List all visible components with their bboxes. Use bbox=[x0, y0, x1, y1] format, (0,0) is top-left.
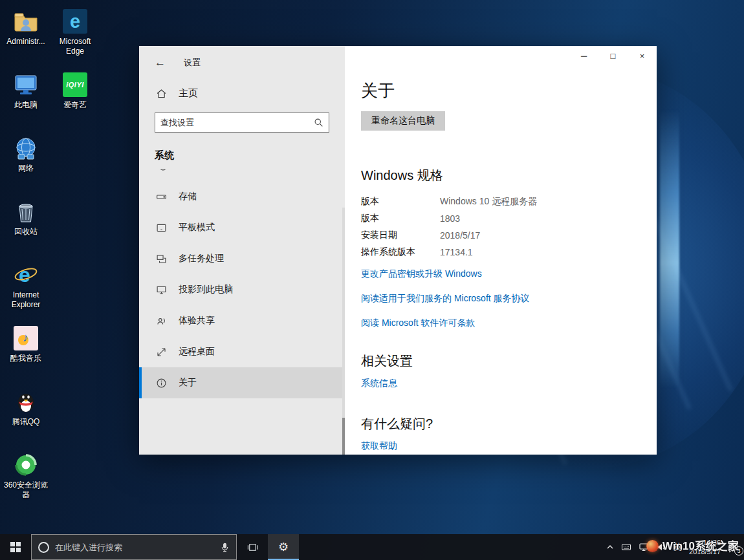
sidebar-item-power-sleep[interactable]: 电源和睡眠 bbox=[139, 169, 345, 181]
spec-row: 版本 Windows 10 远程服务器 bbox=[361, 193, 631, 210]
spec-row: 操作系统版本 17134.1 bbox=[361, 244, 631, 261]
taskbar-search-input[interactable] bbox=[55, 543, 214, 552]
recycle-bin-icon bbox=[12, 198, 39, 225]
windows-logo-icon bbox=[10, 542, 21, 552]
desktop-icon-label: 酷我音乐 bbox=[10, 354, 41, 363]
network-icon[interactable] bbox=[639, 542, 649, 552]
back-button[interactable]: ← bbox=[155, 56, 166, 69]
change-product-key-link[interactable]: 更改产品密钥或升级 Windows bbox=[361, 268, 482, 280]
storage-drive-icon bbox=[155, 191, 168, 202]
sidebar-item-remote-desktop[interactable]: 远程桌面 bbox=[139, 336, 345, 367]
start-button[interactable] bbox=[0, 534, 31, 560]
spec-label: 版本 bbox=[361, 213, 440, 224]
projecting-pc-icon bbox=[155, 285, 168, 296]
hidden-icons-chevron[interactable] bbox=[606, 543, 614, 551]
desktop-icon-label: 此电脑 bbox=[14, 100, 38, 110]
sidebar-item-tablet-mode[interactable]: 平板模式 bbox=[139, 212, 345, 243]
microphone-icon[interactable] bbox=[220, 543, 230, 552]
desktop-icon-recycle-bin[interactable]: 回收站 bbox=[3, 195, 49, 259]
touch-keyboard-icon[interactable] bbox=[621, 542, 631, 552]
settings-sidebar: ← 设置 主页 系统 电源和睡 bbox=[139, 46, 345, 455]
desktop-icon-label: 腾讯QQ bbox=[12, 417, 40, 427]
taskbar-empty-area bbox=[299, 534, 606, 560]
edge-letter: e bbox=[70, 11, 80, 32]
cortana-icon bbox=[38, 542, 49, 553]
desktop-icon-tencent-qq[interactable]: 腾讯QQ bbox=[3, 385, 49, 449]
get-help-link[interactable]: 获取帮助 bbox=[361, 440, 397, 452]
desktop-icon-label: 网络 bbox=[18, 164, 34, 173]
sidebar-item-label: 关于 bbox=[179, 377, 197, 389]
desktop-icons: Administr... e Microsoft Edge 此电脑 iQIYI … bbox=[3, 5, 98, 512]
sidebar-item-label: 体验共享 bbox=[179, 315, 215, 327]
task-view-button[interactable] bbox=[237, 534, 268, 560]
sidebar-home-label: 主页 bbox=[179, 87, 198, 100]
sidebar-item-label: 远程桌面 bbox=[179, 346, 215, 358]
taskbar-search-box[interactable] bbox=[31, 534, 237, 560]
sidebar-item-label: 平板模式 bbox=[179, 222, 215, 233]
taskbar-settings-app[interactable]: ⚙ bbox=[268, 534, 299, 560]
spec-value: 2018/5/17 bbox=[440, 230, 480, 241]
search-icon bbox=[314, 118, 329, 127]
desktop-icon-kuwo-music[interactable]: ♪ 酷我音乐 bbox=[3, 322, 49, 385]
settings-content: ─ □ × 关于 重命名这台电脑 Windows 规格 版本 Windows 1… bbox=[345, 46, 657, 455]
network-globe-icon bbox=[12, 135, 39, 162]
system-info-link[interactable]: 系统信息 bbox=[361, 378, 397, 389]
desktop-icon-this-pc[interactable]: 此电脑 bbox=[3, 69, 49, 132]
qq-penguin-icon bbox=[12, 388, 39, 415]
minimize-button[interactable]: ─ bbox=[569, 46, 598, 66]
license-terms-link[interactable]: 阅读 Microsoft 软件许可条款 bbox=[361, 318, 476, 329]
maximize-button[interactable]: □ bbox=[598, 46, 628, 66]
sidebar-item-multitasking[interactable]: 多任务处理 bbox=[139, 243, 345, 274]
window-title: 设置 bbox=[184, 57, 201, 69]
sidebar-item-about[interactable]: 关于 bbox=[139, 367, 345, 398]
sidebar-item-shared-experiences[interactable]: 体验共享 bbox=[139, 305, 345, 336]
settings-window: ← 设置 主页 系统 电源和睡 bbox=[139, 46, 657, 455]
desktop-icon-label: 360安全浏览器 bbox=[3, 480, 49, 500]
desktop-icon-network[interactable]: 网络 bbox=[3, 132, 49, 195]
sidebar-item-projecting[interactable]: 投影到此电脑 bbox=[139, 274, 345, 305]
sidebar-item-storage[interactable]: 存储 bbox=[139, 181, 345, 212]
spec-label: 安装日期 bbox=[361, 230, 440, 241]
volume-icon[interactable] bbox=[656, 542, 666, 552]
sidebar-item-home[interactable]: 主页 bbox=[139, 85, 345, 102]
clock-date: 2018/5/17 bbox=[689, 547, 721, 556]
taskbar-clock[interactable]: 14:36 2018/5/17 bbox=[689, 538, 721, 557]
spec-value: 1803 bbox=[440, 213, 460, 224]
system-tray: 英 14:36 2018/5/17 3 bbox=[606, 534, 744, 560]
action-center-button[interactable]: 3 bbox=[728, 542, 739, 553]
desktop-icon-label: 回收站 bbox=[14, 227, 38, 237]
spec-label: 操作系统版本 bbox=[361, 246, 440, 258]
desktop-icon-360-browser[interactable]: 360安全浏览器 bbox=[3, 449, 49, 512]
sidebar-item-label: 存储 bbox=[179, 191, 197, 202]
multitask-windows-icon bbox=[155, 253, 168, 264]
sidebar-item-label: 投影到此电脑 bbox=[179, 284, 233, 296]
close-button[interactable]: × bbox=[628, 46, 657, 66]
desktop-icon-administrator[interactable]: Administr... bbox=[3, 5, 49, 69]
taskbar: ⚙ 英 14:36 2018/5/17 3 bbox=[0, 534, 744, 560]
sidebar-nav-list: 电源和睡眠 存储 平板模式 bbox=[139, 169, 345, 398]
spec-value: 17134.1 bbox=[440, 247, 473, 257]
settings-search-input[interactable] bbox=[155, 118, 314, 127]
desktop-icon-microsoft-edge[interactable]: e Microsoft Edge bbox=[52, 5, 98, 69]
info-icon bbox=[155, 378, 168, 389]
rename-pc-button[interactable]: 重命名这台电脑 bbox=[361, 111, 445, 131]
related-settings-heading: 相关设置 bbox=[361, 352, 631, 370]
settings-search-box[interactable] bbox=[155, 113, 329, 133]
user-folder-icon bbox=[12, 8, 39, 35]
tablet-icon bbox=[155, 222, 168, 233]
task-view-icon bbox=[247, 542, 258, 553]
services-agreement-link[interactable]: 阅读适用于我们服务的 Microsoft 服务协议 bbox=[361, 293, 530, 305]
desktop-icon-label: Microsoft Edge bbox=[52, 37, 98, 56]
faq-heading: 有什么疑问? bbox=[361, 415, 631, 433]
edge-icon: e bbox=[61, 8, 89, 35]
notification-badge: 3 bbox=[734, 546, 743, 555]
language-indicator[interactable]: 英 bbox=[673, 541, 682, 553]
spec-table: 版本 Windows 10 远程服务器 版本 1803 安装日期 2018/5/… bbox=[361, 193, 631, 261]
desktop-icon-iqiyi[interactable]: iQIYI 爱奇艺 bbox=[52, 69, 98, 132]
clock-time: 14:36 bbox=[689, 538, 721, 547]
window-titlebar: ← 设置 bbox=[139, 46, 345, 72]
windows-spec-heading: Windows 规格 bbox=[361, 167, 631, 184]
sidebar-item-label: 电源和睡眠 bbox=[179, 169, 224, 171]
desktop-icon-internet-explorer[interactable]: e Internet Explorer bbox=[3, 259, 49, 322]
iqiyi-logo-text: iQIYI bbox=[66, 81, 84, 89]
